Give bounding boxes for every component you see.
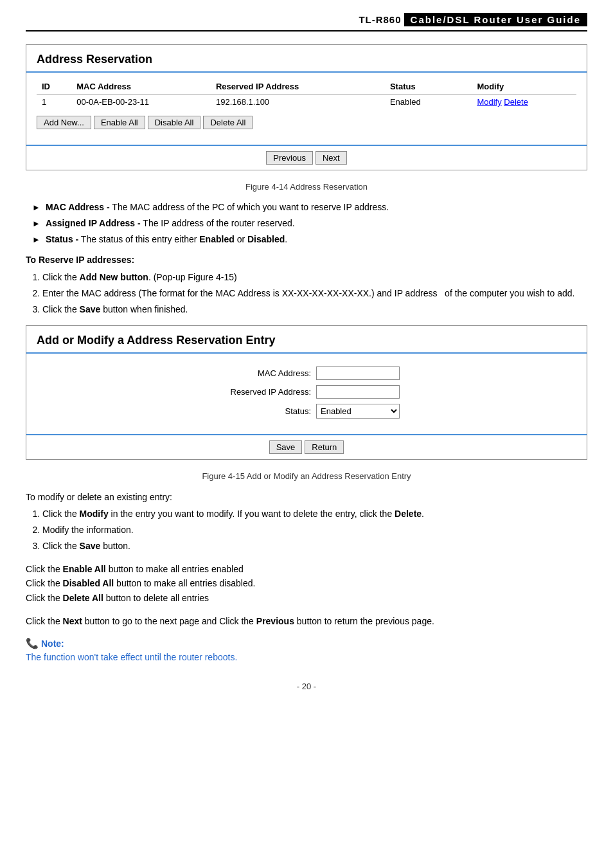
reserved-ip-label: Reserved IP Address: (213, 387, 316, 397)
reserve-ip-section: To Reserve IP addresses: Click the Add N… (26, 253, 587, 316)
reserved-ip-input[interactable] (316, 385, 400, 399)
bullet-status: ► Status - The status of this entry eith… (32, 233, 587, 246)
save-bold-1: Save (80, 304, 101, 314)
bullet-ip: ► Assigned IP Address - The IP address o… (32, 217, 587, 230)
reserved-ip-row: Reserved IP Address: (37, 385, 576, 399)
reserve-step-2: Enter the MAC address (The format for th… (42, 287, 587, 300)
modify-delete-steps: Click the Modify in the entry you want t… (26, 507, 587, 553)
cell-status: Enabled (385, 95, 472, 110)
status-label: Status: (213, 406, 316, 416)
bullet-arrow-mac: ► (32, 201, 40, 214)
mac-address-input[interactable] (316, 366, 400, 380)
add-modify-form: MAC Address: Reserved IP Address: Status… (37, 366, 576, 419)
bullet-arrow-status: ► (32, 233, 40, 246)
status-select[interactable]: Enabled Disabled (316, 404, 400, 419)
add-modify-panel: Add or Modify a Address Reservation Entr… (26, 325, 587, 460)
delete-all-button[interactable]: Delete All (203, 116, 253, 129)
modify-link[interactable]: Modify (477, 97, 501, 107)
return-button[interactable]: Return (305, 440, 344, 454)
info-disabled-all: Click the Disabled All button to make al… (26, 576, 587, 590)
note-text: The function won't take effect until the… (26, 652, 587, 662)
bullet-arrow-ip: ► (32, 217, 40, 230)
bullet-status-text: Status - The status of this entry either… (46, 233, 287, 246)
add-modify-panel-title: Add or Modify a Address Reservation Entr… (26, 326, 587, 354)
bullet-mac-label: MAC Address - (46, 202, 110, 212)
note-icon: 📞 (26, 637, 39, 649)
note-section: 📞 Note: The function won't take effect u… (26, 637, 587, 662)
col-header-modify: Modify (472, 79, 576, 95)
mac-address-row: MAC Address: (37, 366, 576, 380)
add-new-button[interactable]: Add New... (37, 116, 91, 129)
modify-bold: Modify (80, 509, 109, 519)
modify-delete-section: To modify or delete an existing entry: C… (26, 490, 587, 552)
panel-title-address-reservation: Address Reservation (26, 45, 587, 73)
bullet-mac-text: MAC Address - The MAC address of the PC … (46, 201, 389, 214)
figure2-caption: Figure 4-15 Add or Modify an Address Res… (26, 471, 587, 481)
cell-mac: 00-0A-EB-00-23-11 (71, 95, 211, 110)
info-paragraphs: Click the Enable All button to make all … (26, 562, 587, 605)
disabled-all-bold: Disabled All (63, 578, 114, 588)
nav-paragraph-section: Click the Next button to go to the next … (26, 614, 587, 628)
table-header-row: ID MAC Address Reserved IP Address Statu… (37, 79, 576, 95)
save-button[interactable]: Save (269, 440, 303, 454)
address-reservation-panel: Address Reservation ID MAC Address Reser… (26, 44, 587, 170)
note-label-row: 📞 Note: (26, 637, 587, 649)
delete-all-bold: Delete All (63, 593, 103, 603)
save-bold-2: Save (80, 541, 101, 551)
header-title: Cable/DSL Router User Guide (404, 13, 587, 26)
add-new-bold: Add New button (80, 272, 148, 282)
bullet-ip-label: Assigned IP Address - (46, 218, 141, 228)
page-header: TL-R860 Cable/DSL Router User Guide (26, 13, 587, 32)
bullet-mac: ► MAC Address - The MAC address of the P… (32, 201, 587, 214)
feature-bullets: ► MAC Address - The MAC address of the P… (26, 201, 587, 246)
address-reservation-table: ID MAC Address Reserved IP Address Statu… (37, 79, 576, 109)
cell-ip: 192.168.1.100 (211, 95, 385, 110)
modify-step-2: Modify the information. (42, 523, 587, 537)
reserve-step-1: Click the Add New button. (Pop-up Figure… (42, 271, 587, 284)
reserve-steps: Click the Add New button. (Pop-up Figure… (26, 271, 587, 316)
col-header-ip: Reserved IP Address (211, 79, 385, 95)
modify-delete-intro: To modify or delete an existing entry: (26, 490, 587, 504)
previous-button[interactable]: Previous (266, 151, 313, 165)
next-bold: Next (63, 616, 82, 626)
enable-all-button[interactable]: Enable All (94, 116, 145, 129)
cell-modify: Modify Delete (472, 95, 576, 110)
next-button[interactable]: Next (315, 151, 347, 165)
delete-link[interactable]: Delete (504, 97, 528, 107)
col-header-status: Status (385, 79, 472, 95)
figure1-caption: Figure 4-14 Address Reservation (26, 182, 587, 192)
enabled-text: Enabled (199, 234, 234, 244)
status-row: Status: Enabled Disabled (37, 404, 576, 419)
page-number: - 20 - (26, 682, 587, 691)
add-modify-panel-footer: Save Return (26, 434, 587, 459)
note-label-text: Note: (41, 638, 64, 649)
delete-bold: Delete (395, 509, 422, 519)
panel-footer-nav: Previous Next (26, 145, 587, 170)
info-enable-all: Click the Enable All button to make all … (26, 562, 587, 576)
disabled-text: Disabled (247, 234, 285, 244)
info-delete-all: Click the Delete All button to delete al… (26, 591, 587, 605)
panel-body-address-reservation: ID MAC Address Reserved IP Address Statu… (26, 73, 587, 145)
nav-paragraph: Click the Next button to go to the next … (26, 614, 587, 628)
enable-all-bold: Enable All (63, 564, 106, 574)
action-buttons-row: Add New... Enable All Disable All Delete… (37, 116, 576, 129)
modify-step-1: Click the Modify in the entry you want t… (42, 507, 587, 521)
reserve-heading: To Reserve IP addresses: (26, 253, 587, 267)
bullet-status-label: Status - (46, 234, 78, 244)
add-modify-panel-body: MAC Address: Reserved IP Address: Status… (26, 354, 587, 434)
disable-all-button[interactable]: Disable All (148, 116, 201, 129)
col-header-id: ID (37, 79, 71, 95)
reserve-step-3: Click the Save button when finished. (42, 303, 587, 316)
cell-id: 1 (37, 95, 71, 110)
previous-bold: Previous (256, 616, 294, 626)
col-header-mac: MAC Address (71, 79, 211, 95)
table-row: 1 00-0A-EB-00-23-11 192.168.1.100 Enable… (37, 95, 576, 110)
modify-step-3: Click the Save button. (42, 539, 587, 553)
header-model: TL-R860 (359, 14, 401, 25)
bullet-ip-text: Assigned IP Address - The IP address of … (46, 217, 295, 230)
mac-address-label: MAC Address: (213, 368, 316, 378)
